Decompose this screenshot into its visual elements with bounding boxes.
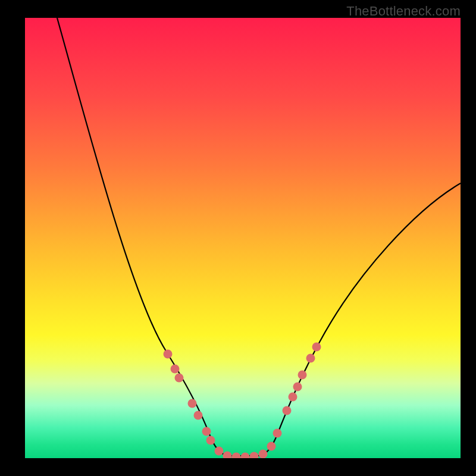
marker-dot (306, 354, 315, 363)
marker-dot (194, 411, 203, 420)
chart-frame: TheBottleneck.com (0, 0, 476, 476)
marker-dot (202, 427, 211, 436)
marker-dot (293, 383, 302, 392)
marker-dot (223, 452, 232, 459)
curve-right-branch (260, 183, 461, 456)
marker-dot (232, 453, 241, 459)
marker-dot (289, 393, 298, 402)
marker-dot (241, 453, 250, 459)
plot-area (25, 18, 461, 458)
marker-dot (283, 406, 292, 415)
marker-dot (273, 429, 282, 438)
marker-dot (267, 442, 276, 451)
marker-dot (215, 447, 224, 456)
marker-dot (188, 399, 197, 408)
marker-dot (164, 350, 173, 359)
curve-svg (25, 18, 461, 458)
marker-dot (250, 452, 259, 459)
curve-left-branch (57, 18, 227, 456)
marker-dot (206, 436, 215, 445)
watermark-text: TheBottleneck.com (346, 4, 461, 19)
marker-dot (171, 365, 180, 374)
marker-dot (175, 374, 184, 383)
marker-dot (312, 343, 321, 352)
marker-dot (259, 450, 268, 459)
marker-dot (298, 371, 307, 380)
marker-group (164, 343, 321, 459)
